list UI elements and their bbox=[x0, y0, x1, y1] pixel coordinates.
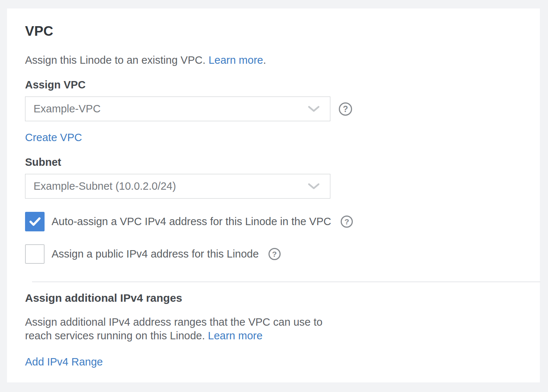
subnet-select[interactable]: Example-Subnet (10.0.2.0/24) bbox=[25, 174, 330, 199]
auto-assign-ipv4-label: Auto-assign a VPC IPv4 address for this … bbox=[52, 216, 331, 228]
ranges-description: Assign additional IPv4 address ranges th… bbox=[25, 315, 342, 343]
add-ipv4-range-link[interactable]: Add IPv4 Range bbox=[25, 356, 103, 368]
chevron-down-icon bbox=[308, 183, 320, 190]
auto-assign-ipv4-checkbox[interactable] bbox=[25, 212, 45, 231]
page-title: VPC bbox=[25, 24, 522, 39]
create-vpc-link[interactable]: Create VPC bbox=[25, 132, 82, 143]
ranges-description-text: Assign additional IPv4 address ranges th… bbox=[25, 316, 323, 342]
assign-vpc-label: Assign VPC bbox=[25, 79, 522, 91]
assign-vpc-help-icon[interactable]: ? bbox=[339, 102, 352, 116]
vpc-learn-more-link[interactable]: Learn more bbox=[208, 54, 263, 66]
vpc-panel: VPC Assign this Linode to an existing VP… bbox=[7, 8, 540, 382]
ranges-learn-more-link[interactable]: Learn more bbox=[208, 330, 263, 342]
ranges-section-title: Assign additional IPv4 ranges bbox=[25, 292, 522, 304]
subnet-label: Subnet bbox=[25, 156, 522, 168]
subnet-selected-value: Example-Subnet (10.0.2.0/24) bbox=[34, 180, 303, 192]
auto-assign-ipv4-help-icon[interactable]: ? bbox=[341, 216, 353, 228]
vpc-description: Assign this Linode to an existing VPC. L… bbox=[25, 54, 522, 66]
assign-vpc-select[interactable]: Example-VPC bbox=[25, 97, 330, 121]
public-ipv4-checkbox[interactable] bbox=[25, 244, 45, 264]
public-ipv4-help-icon[interactable]: ? bbox=[268, 248, 281, 260]
public-ipv4-label: Assign a public IPv4 address for this Li… bbox=[52, 248, 259, 260]
chevron-down-icon bbox=[308, 106, 320, 112]
section-divider bbox=[32, 281, 540, 282]
assign-vpc-selected-value: Example-VPC bbox=[34, 103, 303, 115]
checkmark-icon bbox=[29, 217, 41, 227]
vpc-description-text: Assign this Linode to an existing VPC. bbox=[25, 54, 206, 66]
vpc-description-suffix: . bbox=[263, 54, 266, 66]
